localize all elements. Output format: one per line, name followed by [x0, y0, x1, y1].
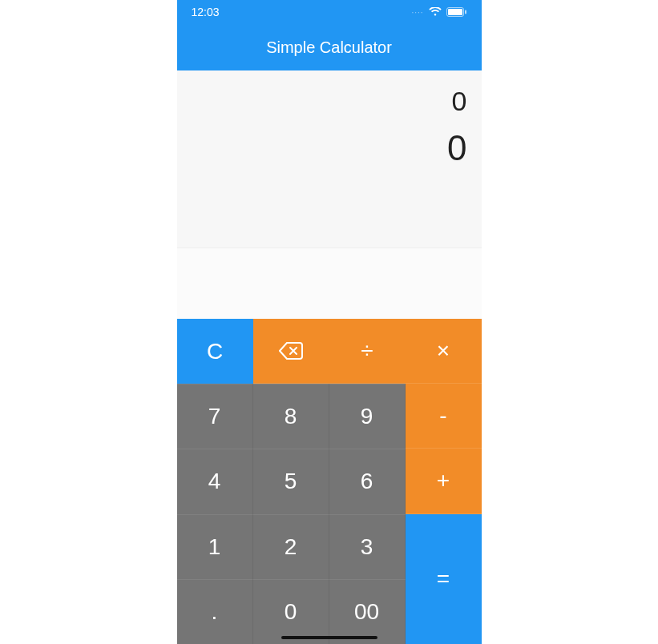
divide-button[interactable]: ÷: [329, 319, 406, 384]
multiply-button[interactable]: ×: [406, 319, 482, 384]
minus-button[interactable]: -: [406, 384, 482, 449]
display-spacer: [177, 248, 482, 319]
digit-6-button[interactable]: 6: [329, 449, 406, 513]
decimal-button[interactable]: .: [177, 579, 253, 644]
backspace-icon: [279, 342, 303, 360]
clear-button[interactable]: C: [177, 319, 253, 384]
plus-button[interactable]: +: [406, 449, 482, 513]
status-bar: 12:03 ····: [177, 0, 482, 24]
digit-9-button[interactable]: 9: [329, 384, 406, 449]
wifi-icon: [429, 7, 442, 17]
double-zero-button[interactable]: 00: [329, 579, 406, 644]
digit-4-button[interactable]: 4: [177, 449, 253, 513]
digit-5-button[interactable]: 5: [253, 449, 329, 513]
display-result: 0: [192, 129, 467, 167]
digit-0-button[interactable]: 0: [253, 579, 329, 644]
status-time: 12:03: [192, 6, 220, 18]
digit-7-button[interactable]: 7: [177, 384, 253, 449]
cellular-icon: ····: [411, 8, 423, 17]
backspace-button[interactable]: [253, 319, 329, 384]
digit-2-button[interactable]: 2: [253, 514, 329, 579]
digit-1-button[interactable]: 1: [177, 514, 253, 579]
calculator-display: 0 0: [177, 70, 482, 248]
home-indicator[interactable]: [281, 636, 377, 639]
equals-button[interactable]: =: [406, 514, 482, 644]
digit-8-button[interactable]: 8: [253, 384, 329, 449]
svg-rect-1: [448, 9, 462, 15]
app-title: Simple Calculator: [266, 38, 392, 57]
keypad: C ÷ × 7 8 9 - 4 5 6 + 1 2 3 = . 0 00: [177, 319, 482, 644]
status-indicators: ····: [411, 7, 466, 17]
app-header: Simple Calculator: [177, 24, 482, 70]
battery-icon: [446, 7, 467, 17]
display-expression: 0: [192, 85, 467, 118]
digit-3-button[interactable]: 3: [329, 514, 406, 579]
svg-rect-2: [465, 10, 466, 14]
phone-frame: 12:03 ···· Simple Calculator 0 0 C ÷ × 7: [177, 0, 482, 644]
